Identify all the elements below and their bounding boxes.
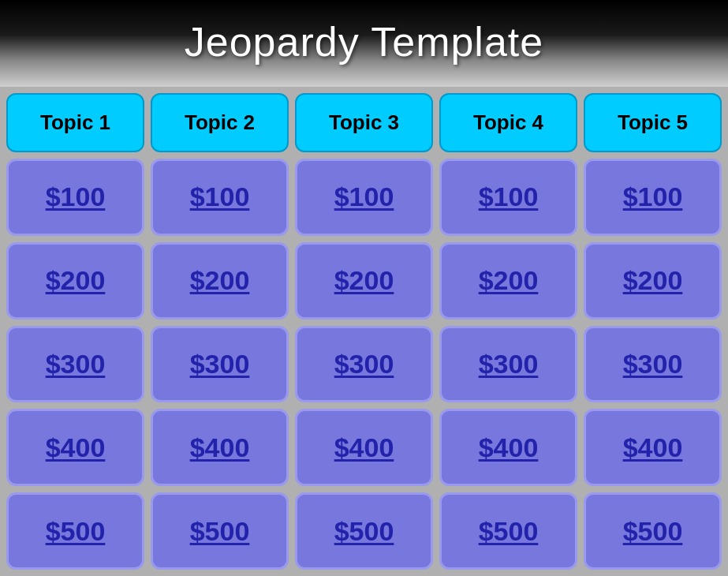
topic-4[interactable]: Topic 4: [439, 93, 577, 152]
topic-3[interactable]: Topic 3: [295, 93, 433, 152]
score-t5-400[interactable]: $400: [584, 409, 722, 486]
score-t2-300[interactable]: $300: [151, 326, 289, 403]
score-t1-100[interactable]: $100: [6, 159, 144, 236]
score-t4-200[interactable]: $200: [439, 242, 577, 320]
score-t4-100[interactable]: $100: [439, 159, 577, 236]
score-t2-200[interactable]: $200: [151, 242, 289, 320]
score-t5-500[interactable]: $500: [584, 492, 722, 570]
score-t5-300[interactable]: $300: [584, 326, 722, 403]
score-t1-200[interactable]: $200: [6, 242, 144, 320]
topic-5[interactable]: Topic 5: [584, 93, 722, 152]
score-t3-300[interactable]: $300: [295, 326, 433, 403]
score-t3-100[interactable]: $100: [295, 159, 433, 236]
app: Jeopardy Template Topic 1 Topic 2 Topic …: [0, 0, 728, 576]
score-t4-300[interactable]: $300: [439, 326, 577, 403]
score-t2-500[interactable]: $500: [151, 492, 289, 570]
score-t4-400[interactable]: $400: [439, 409, 577, 486]
score-t5-200[interactable]: $200: [584, 242, 722, 320]
score-t2-400[interactable]: $400: [151, 409, 289, 486]
page-title: Jeopardy Template: [185, 18, 543, 65]
score-t3-400[interactable]: $400: [295, 409, 433, 486]
score-t2-100[interactable]: $100: [151, 159, 289, 236]
score-t4-500[interactable]: $500: [439, 492, 577, 570]
topic-2[interactable]: Topic 2: [151, 93, 289, 152]
score-t1-400[interactable]: $400: [6, 409, 144, 486]
score-t1-300[interactable]: $300: [6, 326, 144, 403]
header: Jeopardy Template: [0, 0, 728, 87]
score-t1-500[interactable]: $500: [6, 492, 144, 570]
topic-1[interactable]: Topic 1: [6, 93, 144, 152]
game-board: Topic 1 Topic 2 Topic 3 Topic 4 Topic 5 …: [0, 87, 728, 576]
score-t5-100[interactable]: $100: [584, 159, 722, 236]
score-t3-200[interactable]: $200: [295, 242, 433, 320]
score-t3-500[interactable]: $500: [295, 492, 433, 570]
